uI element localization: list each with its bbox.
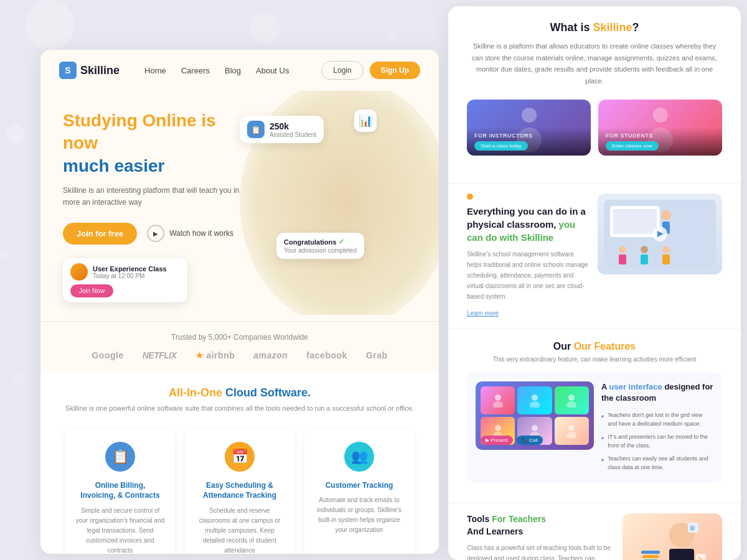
point-3: Teachers can easily see all students and… [601, 452, 713, 474]
enter-class-button[interactable]: Enter classes now [606, 141, 659, 151]
video-controls: ▶ Present 📞 Call [481, 436, 589, 445]
point-1: Teachers don't get lost in the grid view… [601, 409, 713, 431]
billing-desc: Simple and secure control of your organi… [75, 506, 165, 554]
scheduling-name: Easy Scheduling &Attendance Tracking [195, 480, 284, 502]
svg-text:⊞: ⊞ [690, 525, 695, 531]
svg-point-27 [568, 425, 575, 431]
nav-blog[interactable]: Blog [225, 66, 241, 75]
nav-careers[interactable]: Careers [181, 66, 210, 75]
svg-rect-31 [669, 549, 694, 560]
ui-feature-points: Teachers don't get lost in the grid view… [601, 409, 713, 474]
hero-section: Studying Online is now much easier Skill… [40, 91, 439, 315]
svg-point-22 [566, 401, 576, 408]
instructor-bg: FOR INSTRUCTORS Start a class today [467, 100, 591, 156]
tools-title: Tools For Teachers And Learners [467, 513, 615, 538]
brand-grab: Grab [366, 350, 388, 360]
svg-rect-14 [662, 254, 670, 264]
navigation: S Skilline Home Careers Blog About Us Lo… [40, 50, 439, 91]
join-now-button[interactable]: Join Now [70, 284, 113, 297]
nav-about[interactable]: About Us [256, 66, 289, 75]
brand-airbnb: ★ airbnb [195, 350, 235, 360]
watch-how-button[interactable]: ▶ Watch how it works [147, 225, 233, 242]
feature-scheduling: 📅 Easy Scheduling &Attendance Tracking S… [185, 429, 294, 554]
stat-info: 250k Assisted Student [270, 121, 316, 138]
nav-links: Home Careers Blog About Us [144, 65, 289, 76]
classroom-image [598, 194, 722, 274]
role-cards: FOR INSTRUCTORS Start a class today FOR … [467, 100, 722, 156]
our-features-sub: This very extraordinary feature, can mak… [467, 356, 722, 363]
svg-point-2 [653, 108, 668, 123]
classroom-title: Everything you can do in a physical clas… [467, 205, 590, 244]
svg-point-18 [493, 401, 503, 408]
ui-feature-content: A user interface designed for the classr… [601, 381, 713, 474]
classroom-desc: Skilline's school management software he… [467, 249, 590, 302]
stat-label: Assisted Student [270, 131, 316, 138]
all-in-one-title: All-In-One Cloud Software. [59, 386, 420, 399]
ui-feature-card: ▶ Present 📞 Call A user interface design… [467, 373, 722, 483]
left-panel: S Skilline Home Careers Blog About Us Lo… [40, 50, 439, 554]
svg-point-25 [532, 425, 538, 431]
svg-rect-32 [641, 551, 660, 554]
class-time: Today at 12:00 PM [93, 273, 167, 279]
tools-desc: Class has a powerful set of teaching too… [467, 543, 615, 560]
billing-name: Online Billing,Invoicing, & Contracts [75, 480, 165, 502]
learn-more-link[interactable]: Learn more [467, 310, 499, 317]
congrats-title: Congratulations ✓ [284, 238, 357, 246]
our-features-title: Our Our Features [467, 341, 722, 352]
call-button[interactable]: 📞 Call [517, 436, 543, 445]
chart-icon-float: 📊 [354, 110, 377, 132]
start-class-button[interactable]: Start a class today [474, 141, 528, 151]
student-card: FOR STUDENTS Enter classes now [598, 100, 722, 156]
nav-home[interactable]: Home [144, 66, 166, 75]
student-bg: FOR STUDENTS Enter classes now [598, 100, 722, 156]
class-name: User Experience Class [93, 265, 167, 273]
features-grid: 📋 Online Billing,Invoicing, & Contracts … [59, 429, 420, 554]
brand-facebook: facebook [306, 350, 347, 360]
instructor-label: FOR INSTRUCTORS [474, 133, 583, 139]
stat-card: 📋 250k Assisted Student [240, 116, 324, 143]
nav-actions: Login Sign Up [321, 61, 420, 80]
trusted-title: Trusted by 5,000+ Companies Worldwide [59, 333, 420, 342]
svg-point-13 [662, 246, 670, 253]
join-free-button[interactable]: Join for free [63, 223, 137, 245]
tools-section: ⊞ ✎ Tools For Teachers And Learners Clas… [448, 503, 741, 560]
scheduling-desc: Schedule and reserve classrooms at one c… [195, 506, 284, 554]
hero-actions: Join for free ▶ Watch how it works [63, 223, 250, 245]
video-cell-1 [481, 386, 515, 414]
svg-rect-6 [613, 209, 657, 234]
all-in-one-subtitle: Skilline is one powerful online software… [59, 403, 420, 414]
stat-number: 250k [270, 121, 316, 131]
svg-point-23 [495, 425, 501, 431]
tools-image: ⊞ ✎ [622, 513, 722, 560]
what-is-title: What is Skilline? [467, 21, 722, 34]
svg-point-0 [522, 108, 537, 123]
signup-button[interactable]: Sign Up [370, 62, 420, 79]
present-button[interactable]: ▶ Present [481, 436, 513, 445]
billing-icon: 📋 [105, 442, 135, 472]
point-2: IT's and presenters can be moved to the … [601, 431, 713, 452]
scheduling-icon: 📅 [225, 442, 255, 472]
watch-label: Watch how it works [169, 229, 233, 238]
login-button[interactable]: Login [321, 61, 363, 80]
play-icon: ▶ [147, 225, 164, 242]
svg-point-17 [495, 394, 501, 401]
instructor-overlay: FOR INSTRUCTORS Start a class today [467, 128, 591, 156]
svg-rect-12 [641, 254, 648, 264]
classroom-text: Everything you can do in a physical clas… [467, 194, 590, 318]
brand-amazon: amazon [253, 350, 288, 360]
stat-icon: 📋 [247, 121, 265, 138]
svg-point-20 [530, 401, 540, 408]
class-card: User Experience Class Today at 12:00 PM … [63, 258, 187, 302]
orange-dot [467, 194, 473, 200]
congrats-card: Congratulations ✓ Your admission complet… [276, 233, 364, 259]
ui-feature-title: A user interface designed for the classr… [601, 381, 713, 404]
svg-point-9 [619, 246, 626, 253]
tools-text: Tools For Teachers And Learners Class ha… [467, 513, 615, 560]
instructor-card: FOR INSTRUCTORS Start a class today [467, 100, 591, 156]
student-overlay: FOR STUDENTS Enter classes now [598, 128, 722, 156]
logo[interactable]: S Skilline [59, 62, 120, 79]
hero-title: Studying Online is now much easier [63, 110, 250, 177]
what-is-section: What is Skilline? Skilline is a platform… [448, 6, 741, 183]
svg-point-7 [661, 210, 671, 220]
feature-tracking: 👥 Customer Tracking Automate and track e… [304, 429, 414, 554]
